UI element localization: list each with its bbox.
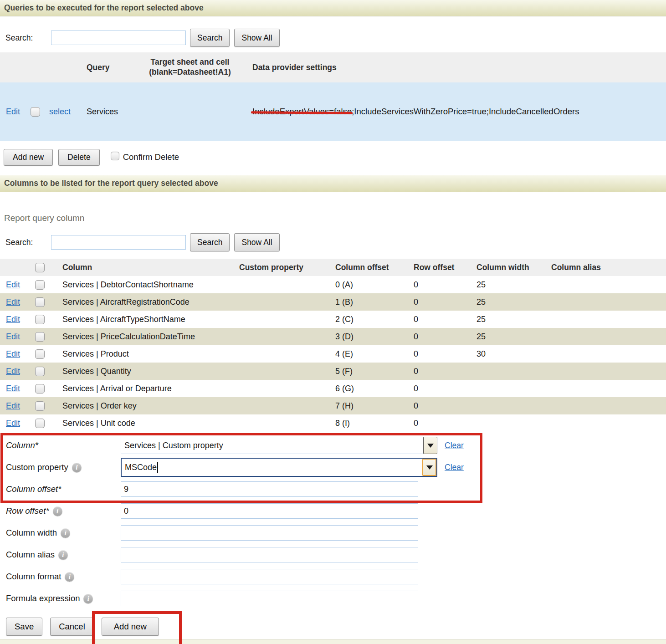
info-icon[interactable]: i xyxy=(58,550,68,560)
column-offset-cell: 7 (H) xyxy=(333,401,411,411)
info-icon[interactable]: i xyxy=(83,594,93,603)
form-row-column-offset: Column offset* xyxy=(0,478,666,500)
column-alias-input[interactable] xyxy=(121,547,418,562)
column-cell: Services | Product xyxy=(62,349,239,359)
column-dropdown-button[interactable] xyxy=(423,437,437,454)
column-format-input[interactable] xyxy=(121,569,418,584)
edit-link[interactable]: Edit xyxy=(6,367,35,376)
row-checkbox[interactable] xyxy=(35,280,45,290)
queries-actions-row: Add new Delete Confirm Delete xyxy=(4,148,666,166)
header-column-width: Column width xyxy=(474,263,551,272)
row-offset-cell: 0 xyxy=(411,280,474,290)
cancel-button[interactable]: Cancel xyxy=(50,618,94,636)
info-icon[interactable]: i xyxy=(61,528,70,538)
queries-search-input[interactable] xyxy=(51,31,186,45)
row-checkbox[interactable] xyxy=(35,401,45,411)
search-label: Search: xyxy=(5,33,51,43)
info-icon[interactable]: i xyxy=(53,506,62,516)
formula-expression-input[interactable] xyxy=(121,591,418,606)
column-width-cell: 30 xyxy=(474,349,551,359)
edit-link[interactable]: Edit xyxy=(6,419,35,428)
table-row: Edit Services | Quantity 5 (F) 0 xyxy=(0,363,666,380)
column-width-cell: 25 xyxy=(474,315,551,324)
edit-link[interactable]: Edit xyxy=(6,401,35,411)
edit-link[interactable]: Edit xyxy=(6,332,35,342)
select-link[interactable]: select xyxy=(49,107,71,117)
row-offset-cell: 0 xyxy=(411,315,474,324)
edit-link[interactable]: Edit xyxy=(6,349,35,359)
row-checkbox[interactable] xyxy=(35,367,45,376)
row-offset-cell: 0 xyxy=(411,401,474,411)
confirm-delete-label: Confirm Delete xyxy=(123,152,179,162)
queries-show-all-button[interactable]: Show All xyxy=(234,29,279,47)
add-new-column-button[interactable]: Add new xyxy=(102,618,159,636)
form-row-column: Column* Services | Custom property Clear xyxy=(0,434,666,456)
queries-section-header: Queries to be executed for the report se… xyxy=(0,0,666,16)
columns-search-input[interactable] xyxy=(51,235,186,250)
form-row-column-alias: Column aliasi xyxy=(0,544,666,566)
row-checkbox[interactable] xyxy=(35,419,45,428)
chevron-down-icon xyxy=(426,465,433,470)
header-query: Query xyxy=(87,63,130,72)
query-name-cell: Services xyxy=(87,107,130,117)
columns-show-all-button[interactable]: Show All xyxy=(234,233,279,251)
row-checkbox[interactable] xyxy=(31,107,40,117)
column-offset-cell: 6 (G) xyxy=(333,384,411,394)
search-label: Search: xyxy=(5,238,51,247)
custom-property-clear-link[interactable]: Clear xyxy=(445,463,464,472)
column-offset-cell: 4 (E) xyxy=(333,349,411,359)
row-offset-field-label: Row offset*i xyxy=(6,506,121,516)
queries-section-title: Queries to be executed for the report se… xyxy=(4,3,204,12)
column-offset-cell: 1 (B) xyxy=(333,297,411,307)
column-width-cell: 25 xyxy=(474,297,551,307)
table-row: Edit Services | PriceCalculationDateTime… xyxy=(0,328,666,345)
header-target-sheet: Target sheet and cell (blank=Datasheet!A… xyxy=(130,57,250,77)
form-row-custom-property: Custom propertyi MSCode Clear xyxy=(0,456,666,478)
delete-query-button[interactable]: Delete xyxy=(58,149,100,166)
column-combobox[interactable]: Services | Custom property xyxy=(121,437,437,454)
edit-link[interactable]: Edit xyxy=(6,297,35,307)
row-checkbox[interactable] xyxy=(35,384,45,394)
column-offset-cell: 8 (I) xyxy=(333,419,411,428)
next-section-header-edge xyxy=(0,639,666,644)
form-actions-row: Save Cancel Add new xyxy=(6,617,666,636)
column-cell: Services | PriceCalculationDateTime xyxy=(62,332,239,342)
column-width-input[interactable] xyxy=(121,525,418,541)
queries-table-header: Query Target sheet and cell (blank=Datas… xyxy=(0,52,666,82)
data-provider-settings-cell: IncludeExportValues=false;IncludeService… xyxy=(250,107,666,117)
row-checkbox[interactable] xyxy=(35,297,45,307)
info-icon[interactable]: i xyxy=(72,463,82,472)
header-column-offset: Column offset xyxy=(333,263,411,272)
row-offset-cell: 0 xyxy=(411,384,474,394)
column-cell: Services | Unit code xyxy=(62,419,239,428)
table-row: Edit Services | Order key 7 (H) 0 xyxy=(0,397,666,414)
edit-link[interactable]: Edit xyxy=(6,280,35,290)
column-combobox-value: Services | Custom property xyxy=(124,441,223,450)
table-row: Edit Services | AircraftTypeShortName 2 … xyxy=(0,311,666,328)
column-cell: Services | AircraftRegistrationCode xyxy=(62,297,239,307)
header-column-alias: Column alias xyxy=(551,263,666,272)
header-custom-property: Custom property xyxy=(239,263,333,272)
custom-property-dropdown-button[interactable] xyxy=(422,459,436,476)
columns-table-header: Column Custom property Column offset Row… xyxy=(0,259,666,276)
queries-search-button[interactable]: Search xyxy=(190,29,230,47)
columns-search-button[interactable]: Search xyxy=(190,233,230,251)
row-checkbox[interactable] xyxy=(35,315,45,324)
save-button[interactable]: Save xyxy=(6,618,42,636)
confirm-delete-checkbox[interactable] xyxy=(111,152,119,160)
column-offset-input[interactable] xyxy=(121,481,418,497)
edit-link[interactable]: Edit xyxy=(6,384,35,394)
edit-link[interactable]: Edit xyxy=(6,107,20,117)
custom-property-combobox[interactable]: MSCode xyxy=(121,458,437,477)
column-clear-link[interactable]: Clear xyxy=(445,441,464,450)
query-row-services: Edit select Services IncludeExportValues… xyxy=(0,82,666,141)
row-offset-input[interactable] xyxy=(121,503,418,519)
edit-link[interactable]: Edit xyxy=(6,315,35,324)
row-checkbox[interactable] xyxy=(35,332,45,342)
select-all-checkbox[interactable] xyxy=(35,263,45,272)
info-icon[interactable]: i xyxy=(65,572,74,582)
column-offset-cell: 0 (A) xyxy=(333,280,411,290)
chevron-down-icon xyxy=(427,444,434,448)
add-new-query-button[interactable]: Add new xyxy=(4,149,53,166)
row-checkbox[interactable] xyxy=(35,349,45,359)
